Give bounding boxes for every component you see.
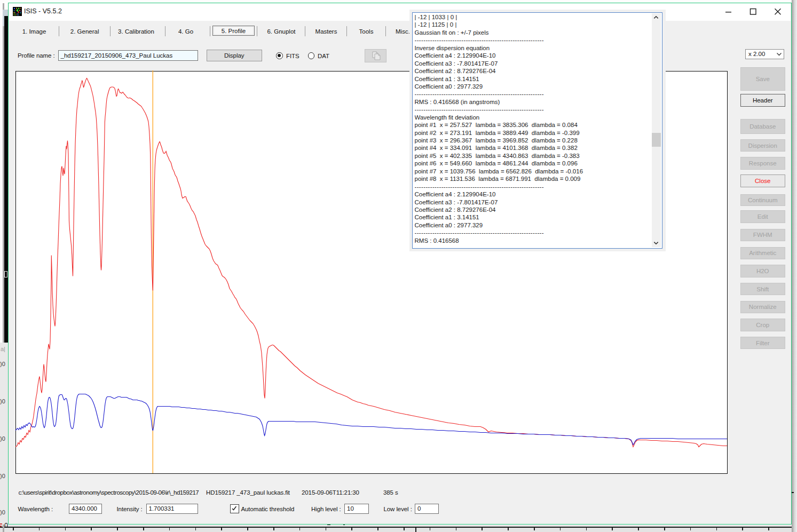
svg-text:ISIS: ISIS — [13, 12, 19, 15]
